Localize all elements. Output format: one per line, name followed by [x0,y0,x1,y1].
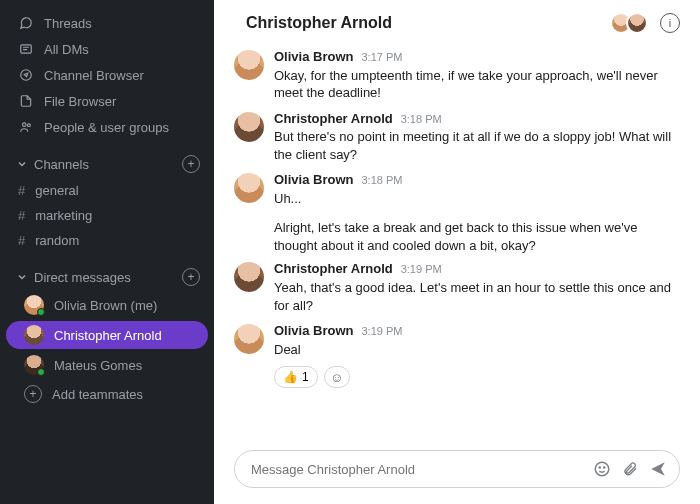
add-reaction-button[interactable]: ☺ [324,366,350,388]
conversation-header: Christopher Arnold i [214,0,700,42]
dm-label: Christopher Arnold [54,328,162,343]
dm-mateus[interactable]: Mateus Gomes [6,351,208,379]
reaction-bar: 👍 1 ☺ [234,366,680,388]
message-text: Deal [274,341,680,359]
message-text: Yeah, that's a good idea. Let's meet in … [274,279,680,314]
reaction-emoji: 👍 [283,370,298,384]
chevron-down-icon [16,158,28,170]
dm-christopher[interactable]: Christopher Arnold [6,321,208,349]
message: Olivia Brown3:18 PM Uh... [234,165,680,209]
nav-label: File Browser [44,94,116,109]
author: Christopher Arnold [274,260,393,278]
nav-file-browser[interactable]: File Browser [0,88,214,114]
message-list: Olivia Brown3:17 PM Okay, for the umptee… [214,42,700,440]
reaction-count: 1 [302,370,309,384]
presence-dot [37,368,45,376]
avatar [24,325,44,345]
message-text: But there's no point in meeting it at al… [274,128,680,163]
svg-point-2 [23,123,27,127]
main: Christopher Arnold i Olivia Brown3:17 PM… [214,0,700,504]
dm-label: Direct messages [34,270,131,285]
add-dm-button[interactable]: + [182,268,200,286]
svg-point-1 [21,70,32,81]
nav-all-dms[interactable]: All DMs [0,36,214,62]
nav-label: Threads [44,16,92,31]
emoji-button[interactable] [593,460,611,478]
add-teammates-label: Add teammates [52,387,143,402]
nav-label: Channel Browser [44,68,144,83]
avatar [234,324,264,354]
file-icon [18,93,34,109]
avatar [24,355,44,375]
add-teammates[interactable]: + Add teammates [6,381,208,407]
page-title: Christopher Arnold [246,14,392,32]
channel-general[interactable]: # general [0,178,214,203]
chevron-down-icon [16,271,28,283]
smile-plus-icon: ☺ [330,370,343,385]
message-text: Okay, for the umpteenth time, if we take… [274,67,680,102]
compose-box[interactable] [234,450,680,488]
svg-point-5 [599,467,600,468]
timestamp: 3:17 PM [361,50,402,65]
composer [214,440,700,504]
author: Olivia Brown [274,171,353,189]
channels-label: Channels [34,157,89,172]
message-continuation: Alright, let's take a break and get back… [234,219,680,254]
channels-toggle[interactable]: Channels [16,157,89,172]
nav-channel-browser[interactable]: Channel Browser [0,62,214,88]
hash-icon: # [18,208,25,223]
message: Olivia Brown3:19 PM Deal [234,316,680,360]
hash-icon: # [18,183,25,198]
avatar [234,50,264,80]
message: Christopher Arnold3:19 PM Yeah, that's a… [234,254,680,316]
message-input[interactable] [251,462,583,477]
avatar [234,112,264,142]
author: Olivia Brown [274,322,353,340]
nav-people[interactable]: People & user groups [0,114,214,140]
channels-header: Channels + [0,150,214,178]
attach-button[interactable] [621,460,639,478]
dms-icon [18,41,34,57]
member-avatars[interactable] [610,12,648,34]
avatar [626,12,648,34]
dm-label: Olivia Brown (me) [54,298,157,313]
dm-label: Mateus Gomes [54,358,142,373]
reaction-thumbsup[interactable]: 👍 1 [274,366,318,388]
dm-olivia[interactable]: Olivia Brown (me) [6,291,208,319]
avatar [234,262,264,292]
send-button[interactable] [649,460,667,478]
info-button[interactable]: i [660,13,680,33]
channel-marketing[interactable]: # marketing [0,203,214,228]
message-text: Uh... [274,190,680,208]
svg-point-6 [604,467,605,468]
plus-icon: + [24,385,42,403]
avatar [234,173,264,203]
dm-header: Direct messages + [0,263,214,291]
info-icon: i [669,17,671,29]
people-icon [18,119,34,135]
timestamp: 3:18 PM [401,112,442,127]
nav-threads[interactable]: Threads [0,10,214,36]
nav-label: People & user groups [44,120,169,135]
channel-label: marketing [35,208,92,223]
timestamp: 3:18 PM [361,173,402,188]
threads-icon [18,15,34,31]
hash-icon: # [18,233,25,248]
svg-point-4 [595,462,609,476]
dm-toggle[interactable]: Direct messages [16,270,131,285]
sidebar: Threads All DMs Channel Browser File Bro… [0,0,214,504]
author: Christopher Arnold [274,110,393,128]
presence-dot [37,308,45,316]
channel-random[interactable]: # random [0,228,214,253]
add-channel-button[interactable]: + [182,155,200,173]
svg-point-3 [27,124,30,127]
author: Olivia Brown [274,48,353,66]
nav-label: All DMs [44,42,89,57]
compass-icon [18,67,34,83]
message: Olivia Brown3:17 PM Okay, for the umptee… [234,42,680,104]
avatar [24,295,44,315]
message: Christopher Arnold3:18 PM But there's no… [234,104,680,166]
timestamp: 3:19 PM [401,262,442,277]
channel-label: general [35,183,78,198]
timestamp: 3:19 PM [361,324,402,339]
